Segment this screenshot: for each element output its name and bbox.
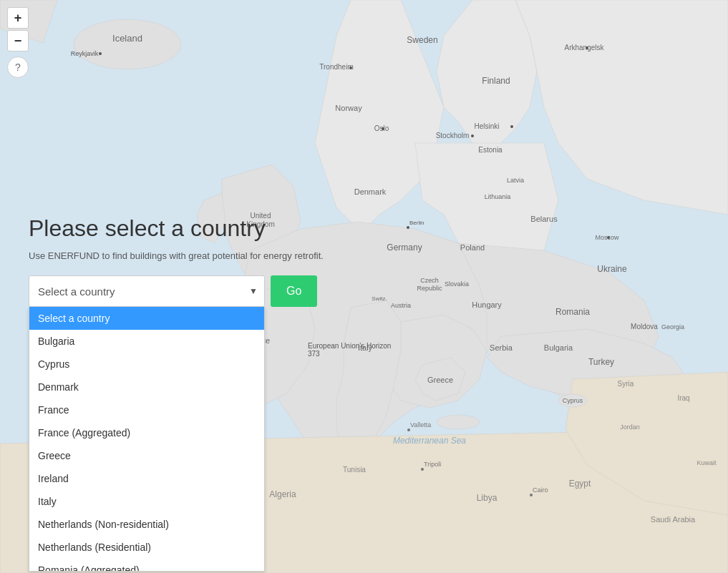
svg-text:Egypt: Egypt xyxy=(569,479,591,489)
svg-text:Ukraine: Ukraine xyxy=(597,264,627,274)
svg-point-52 xyxy=(421,468,424,471)
dropdown-item[interactable]: Select a country xyxy=(29,307,264,330)
svg-text:Syria: Syria xyxy=(618,380,634,388)
svg-text:Libya: Libya xyxy=(477,493,498,503)
dropdown-item[interactable]: Romania (Aggregated) xyxy=(29,559,264,572)
svg-text:Sweden: Sweden xyxy=(407,35,437,45)
zoom-in-button[interactable]: + xyxy=(7,7,29,29)
svg-text:Finland: Finland xyxy=(482,76,510,86)
panel-subtitle: Use ENERFUND to find buildings with grea… xyxy=(29,250,336,261)
svg-point-2 xyxy=(437,415,480,429)
svg-text:Valletta: Valletta xyxy=(410,421,431,428)
country-selection-panel: Please select a country Use ENERFUND to … xyxy=(0,193,365,328)
select-row: Select a countryBulgariaCyprusDenmarkFra… xyxy=(29,275,336,307)
dropdown-item[interactable]: Netherlands (Non-residential) xyxy=(29,513,264,536)
svg-text:Bulgaria: Bulgaria xyxy=(544,343,573,352)
svg-text:Saudi Arabia: Saudi Arabia xyxy=(651,515,696,524)
go-button[interactable]: Go xyxy=(271,275,317,307)
dropdown-item[interactable]: France (Aggregated) xyxy=(29,421,264,444)
dropdown-item[interactable]: France xyxy=(29,398,264,421)
help-button[interactable]: ? xyxy=(7,57,29,78)
svg-text:European Union's Horizon: European Union's Horizon xyxy=(308,342,391,350)
svg-text:Reykjavik: Reykjavik xyxy=(71,50,99,57)
svg-text:Lithuania: Lithuania xyxy=(485,193,511,200)
zoom-out-button[interactable]: − xyxy=(7,30,29,52)
country-select-wrapper: Select a countryBulgariaCyprusDenmarkFra… xyxy=(29,275,265,307)
svg-text:Germany: Germany xyxy=(387,243,422,253)
svg-text:Hungary: Hungary xyxy=(472,300,502,309)
svg-point-17 xyxy=(586,46,588,49)
dropdown-item[interactable]: Netherlands (Residential) xyxy=(29,536,264,559)
svg-text:Czech: Czech xyxy=(420,277,439,284)
svg-point-15 xyxy=(471,134,474,137)
dropdown-item[interactable]: Denmark xyxy=(29,376,264,398)
svg-text:Kuwait: Kuwait xyxy=(697,459,717,466)
svg-text:Georgia: Georgia xyxy=(661,323,684,330)
svg-text:Tunisia: Tunisia xyxy=(343,466,366,474)
svg-point-45 xyxy=(607,236,610,239)
svg-text:Serbia: Serbia xyxy=(490,343,513,352)
svg-point-61 xyxy=(530,494,533,496)
svg-point-6 xyxy=(99,52,102,55)
svg-point-8 xyxy=(349,67,352,69)
dropdown-item[interactable]: Italy xyxy=(29,490,264,513)
svg-point-54 xyxy=(407,428,410,431)
svg-text:Iceland: Iceland xyxy=(112,33,142,44)
svg-text:Turkey: Turkey xyxy=(588,357,614,367)
svg-text:Estonia: Estonia xyxy=(478,146,503,154)
svg-text:Mediterranean Sea: Mediterranean Sea xyxy=(393,436,466,446)
svg-text:Algeria: Algeria xyxy=(269,489,296,499)
svg-text:Republic: Republic xyxy=(417,285,442,292)
svg-text:Poland: Poland xyxy=(460,243,485,252)
svg-text:Arkhangelsk: Arkhangelsk xyxy=(564,44,604,52)
svg-text:Switz.: Switz. xyxy=(372,295,387,302)
svg-text:Berlin: Berlin xyxy=(409,220,424,226)
dropdown-item[interactable]: Greece xyxy=(29,444,264,467)
svg-text:Latvia: Latvia xyxy=(507,177,524,184)
svg-text:Romania: Romania xyxy=(555,307,590,317)
dropdown-item[interactable]: Cyprus xyxy=(29,353,264,376)
svg-text:Austria: Austria xyxy=(391,302,411,309)
dropdown-item[interactable]: Ireland xyxy=(29,467,264,490)
svg-text:373: 373 xyxy=(308,350,320,358)
svg-text:Moldova: Moldova xyxy=(631,323,658,330)
svg-point-19 xyxy=(382,127,384,130)
panel-title: Please select a country xyxy=(29,215,336,242)
svg-text:Belarus: Belarus xyxy=(530,215,558,223)
svg-text:Stockholm: Stockholm xyxy=(436,132,470,139)
dropdown-item[interactable]: Bulgaria xyxy=(29,330,264,353)
svg-point-1 xyxy=(74,19,181,69)
country-select[interactable]: Select a countryBulgariaCyprusDenmarkFra… xyxy=(29,275,265,307)
svg-point-48 xyxy=(407,226,409,229)
svg-text:Tripoli: Tripoli xyxy=(424,461,441,468)
svg-text:Helsinki: Helsinki xyxy=(474,122,499,130)
svg-text:Cairo: Cairo xyxy=(533,486,548,494)
svg-text:Jordan: Jordan xyxy=(620,423,640,431)
country-dropdown-list[interactable]: Select a countryBulgariaCyprusDenmarkFra… xyxy=(29,307,265,572)
svg-point-13 xyxy=(510,125,513,128)
svg-text:Iraq: Iraq xyxy=(677,394,689,402)
svg-text:Greece: Greece xyxy=(427,376,453,384)
svg-text:Trondheim: Trondheim xyxy=(319,63,353,71)
map-controls: + − ? xyxy=(7,7,29,78)
svg-text:Cyprus: Cyprus xyxy=(563,397,583,404)
svg-text:Norway: Norway xyxy=(335,104,362,112)
svg-text:Slovakia: Slovakia xyxy=(445,280,469,288)
